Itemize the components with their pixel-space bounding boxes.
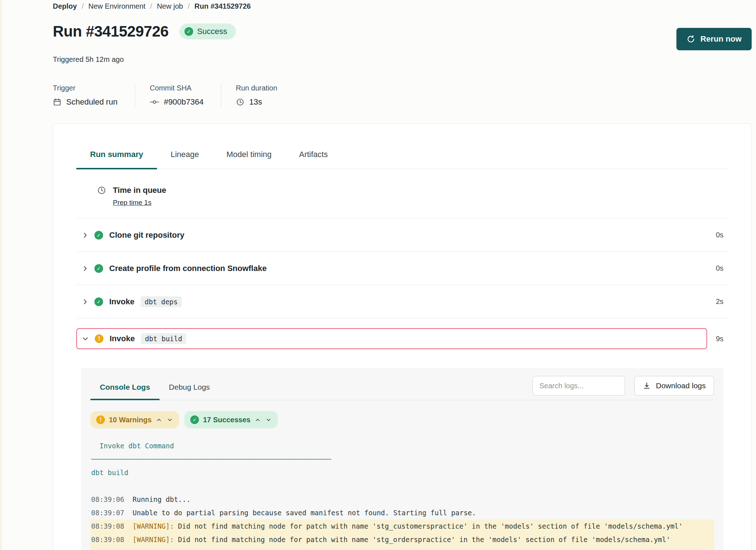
log-text: Did not find matching node for patch wit…: [178, 536, 670, 543]
run-meta: Trigger Scheduled run Commit SHA: [53, 84, 752, 107]
warnings-badge[interactable]: ! 10 Warnings: [90, 411, 179, 428]
success-check-icon: ✓: [94, 297, 103, 306]
step-label: Invoke: [110, 334, 135, 343]
status-badge: ✓ Success: [179, 24, 236, 39]
step-clone-git-repository[interactable]: ✓ Clone git repository 0s: [76, 219, 728, 252]
status-badge-label: Success: [197, 27, 227, 36]
meta-trigger: Trigger Scheduled run: [53, 84, 135, 107]
tab-debug-logs[interactable]: Debug Logs: [160, 376, 219, 400]
download-icon: [643, 382, 651, 390]
breadcrumb-separator: /: [188, 2, 190, 10]
log-line-warning: 08:39:08[WARNING]:Did not find matching …: [90, 520, 714, 533]
step-duration: 9s: [716, 335, 723, 343]
calendar-icon: [53, 98, 61, 106]
clock-icon: [97, 186, 106, 207]
step-duration: 2s: [716, 297, 723, 306]
time-in-queue-title: Time in queue: [113, 186, 166, 195]
run-summary-card: Run summary Lineage Model timing Artifac…: [53, 123, 752, 550]
breadcrumb-separator: /: [150, 2, 152, 10]
chevron-down-icon[interactable]: [82, 335, 89, 342]
log-text: Unable to do partial parsing because sav…: [133, 509, 476, 517]
trigger-label: Trigger: [53, 84, 118, 92]
log-warning-tag: [WARNING]:: [133, 522, 174, 530]
meta-commit: Commit SHA #900b7364: [135, 84, 221, 107]
search-logs-input[interactable]: [532, 376, 625, 395]
step-invoke-dbt-deps[interactable]: ✓ Invoke dbt deps 2s: [76, 285, 728, 318]
prep-time-link[interactable]: Prep time 1s: [113, 199, 152, 207]
chevron-up-icon[interactable]: [156, 416, 162, 423]
log-line-warning: 08:39:08[WARNING]:Did not find matching …: [90, 533, 714, 546]
chevron-right-icon[interactable]: [82, 299, 88, 305]
step-create-profile-snowflake[interactable]: ✓ Create profile from connection Snowfla…: [76, 252, 728, 285]
success-check-icon: ✓: [94, 231, 103, 240]
log-timestamp: 08:39:08: [91, 536, 124, 543]
success-check-icon: ✓: [184, 27, 193, 36]
card-tabs: Run summary Lineage Model timing Artifac…: [76, 150, 728, 169]
tab-lineage[interactable]: Lineage: [157, 150, 213, 169]
breadcrumb-environment[interactable]: New Environment: [88, 2, 145, 10]
trigger-value: Scheduled run: [66, 97, 118, 107]
step-label: Invoke: [109, 297, 135, 306]
header: Run #341529726 ✓ Success Rerun now: [53, 23, 752, 50]
log-text: Running dbt...: [133, 495, 191, 503]
breadcrumb-job[interactable]: New job: [157, 2, 183, 10]
run-duration-value: 13s: [249, 97, 262, 107]
left-edge-strip: [0, 0, 2, 550]
log-divider: ────────────────────────────────────────…: [90, 453, 714, 466]
success-check-icon: ✓: [94, 264, 103, 273]
successes-badge[interactable]: ✓ 17 Successes: [184, 411, 278, 428]
success-check-icon: ✓: [190, 415, 199, 424]
log-text: Did not find matching node for patch wit…: [178, 522, 683, 530]
chevron-down-icon[interactable]: [265, 416, 272, 423]
step-label: Clone git repository: [109, 230, 184, 240]
breadcrumb-separator: /: [82, 2, 84, 10]
warnings-count: 10 Warnings: [109, 416, 152, 424]
warning-icon: !: [95, 334, 103, 343]
log-toolbar: Console Logs Debug Logs Download logs: [90, 376, 714, 400]
commit-sha-value: #900b7364: [164, 97, 204, 107]
refresh-icon: [687, 35, 695, 43]
log-command: dbt build: [90, 466, 714, 479]
log-badges: ! 10 Warnings ✓ 17 Successes: [90, 411, 714, 428]
log-timestamp: 08:39:08: [91, 522, 124, 530]
successes-count: 17 Successes: [203, 416, 250, 424]
step-invoke-dbt-build-row: ! Invoke dbt build 9s: [76, 328, 728, 349]
log-command-title: Invoke dbt Command: [90, 439, 714, 453]
header-title-group: Run #341529726 ✓ Success: [53, 23, 236, 40]
duration-label: Run duration: [236, 84, 277, 92]
breadcrumb-current-run: Run #341529726: [194, 2, 251, 10]
triggered-timestamp: Triggered 5h 12m ago: [53, 55, 752, 64]
command-chip: dbt deps: [141, 296, 182, 307]
download-logs-button[interactable]: Download logs: [634, 376, 714, 395]
log-panel: Console Logs Debug Logs Download logs ! …: [81, 368, 723, 550]
breadcrumb: Deploy / New Environment / New job / Run…: [53, 2, 752, 10]
log-line-warning: 08:39:08[WARNING]:Test 'test.admin_matur…: [90, 546, 714, 550]
chevron-up-icon[interactable]: [254, 416, 261, 423]
commit-icon: [150, 98, 159, 106]
time-in-queue-section: Time in queue Prep time 1s: [76, 169, 728, 218]
page: Deploy / New Environment / New job / Run…: [0, 0, 756, 550]
tab-artifacts[interactable]: Artifacts: [285, 150, 341, 169]
breadcrumb-deploy[interactable]: Deploy: [53, 2, 77, 10]
rerun-now-label: Rerun now: [700, 34, 742, 44]
chevron-down-icon[interactable]: [166, 416, 173, 423]
step-label: Create profile from connection Snowflake: [109, 264, 267, 273]
console-log-output: Invoke dbt Command ─────────────────────…: [90, 439, 714, 550]
chevron-right-icon[interactable]: [82, 265, 88, 272]
log-timestamp: 08:39:07: [91, 509, 124, 517]
meta-duration: Run duration 13s: [221, 84, 295, 107]
tab-console-logs[interactable]: Console Logs: [90, 376, 160, 400]
log-timestamp: 08:39:06: [91, 495, 124, 503]
run-steps: ✓ Clone git repository 0s ✓ Create profi…: [76, 218, 728, 349]
step-duration: 0s: [716, 231, 723, 239]
commit-label: Commit SHA: [150, 84, 204, 92]
tab-run-summary[interactable]: Run summary: [76, 150, 157, 169]
chevron-right-icon[interactable]: [82, 232, 88, 238]
step-invoke-dbt-build[interactable]: ! Invoke dbt build: [76, 328, 707, 349]
log-line: 08:39:06Running dbt...: [90, 493, 714, 506]
rerun-now-button[interactable]: Rerun now: [676, 28, 752, 50]
clock-icon: [236, 98, 245, 106]
tab-model-timing[interactable]: Model timing: [213, 150, 285, 169]
page-title: Run #341529726: [53, 23, 169, 40]
download-logs-label: Download logs: [656, 381, 706, 390]
